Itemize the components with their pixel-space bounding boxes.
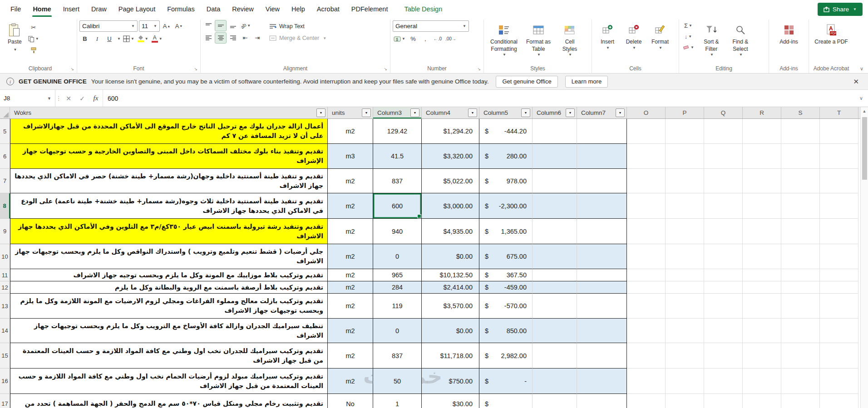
align-left-button[interactable] — [203, 33, 214, 43]
formula-bar-expand-icon[interactable]: ∨ — [854, 90, 868, 107]
row-number[interactable]: 13 — [0, 294, 10, 319]
cell-empty[interactable] — [627, 193, 666, 219]
alignment-dialog-launcher-icon[interactable]: ↘ — [384, 67, 387, 71]
cell-column7[interactable] — [577, 394, 627, 408]
cell-column6[interactable] — [533, 294, 577, 319]
cell-empty[interactable] — [781, 394, 820, 408]
cell-empty[interactable] — [627, 244, 666, 269]
align-top-button[interactable] — [203, 20, 214, 31]
cell-empty[interactable] — [743, 281, 781, 294]
cancel-icon[interactable]: ✕ — [62, 90, 75, 107]
cell-empty[interactable] — [820, 244, 858, 269]
align-bottom-button[interactable] — [227, 20, 238, 31]
cell-amount[interactable]: $1,294.20 — [422, 119, 479, 144]
cell-quantity[interactable]: 837 — [373, 169, 422, 193]
fill-color-button[interactable]: ▼ — [137, 34, 149, 44]
cell-empty[interactable] — [820, 119, 858, 144]
cell-column7[interactable] — [577, 281, 627, 294]
orientation-button[interactable]: ab▼ — [240, 20, 252, 31]
cell-amount[interactable]: $3,000.00 — [422, 193, 479, 219]
column-header-s[interactable]: S — [781, 107, 820, 118]
cell-column6[interactable] — [533, 169, 577, 193]
cell-amount[interactable]: $4,935.00 — [422, 219, 479, 244]
row-number[interactable]: 9 — [0, 219, 10, 244]
row-number[interactable]: 14 — [0, 319, 10, 343]
row-number[interactable]: 10 — [0, 244, 10, 269]
menu-tab-review[interactable]: Review — [226, 0, 260, 18]
cell-empty[interactable] — [666, 343, 704, 369]
cell-column6[interactable] — [533, 244, 577, 269]
increase-font-size-button[interactable]: A▲ — [161, 21, 172, 31]
cell-description[interactable]: تقديم و تنفيذ طينة أسمنتية داخلية وجهان(… — [10, 169, 328, 193]
cell-amount[interactable]: $0.00 — [422, 244, 479, 269]
row-number[interactable]: 6 — [0, 144, 10, 169]
cell-unit[interactable]: m2 — [328, 319, 373, 343]
clear-button[interactable]: ▼ — [681, 42, 695, 53]
cell-empty[interactable] — [704, 219, 743, 244]
sort-filter-button[interactable]: Sort & Filter▼ — [697, 20, 726, 59]
cell-empty[interactable] — [627, 294, 666, 319]
cell-column7[interactable] — [577, 144, 627, 169]
cell-quantity[interactable]: 940 — [373, 219, 422, 244]
row-number[interactable]: 12 — [0, 281, 10, 294]
cell-empty[interactable] — [781, 144, 820, 169]
cell-unit[interactable]: m2 — [328, 369, 373, 394]
cell-column7[interactable] — [577, 294, 627, 319]
cell-balance[interactable]: $ 367.50 — [479, 269, 533, 281]
addins-button[interactable]: Add-ins — [778, 20, 800, 47]
cell-balance[interactable]: $ 280.00 — [479, 144, 533, 169]
cell-empty[interactable] — [627, 269, 666, 281]
cell-quantity[interactable]: 965 — [373, 269, 422, 281]
increase-indent-button[interactable]: ⇥ — [252, 33, 263, 43]
cell-empty[interactable] — [704, 319, 743, 343]
row-number[interactable]: 5 — [0, 119, 10, 144]
cell-description[interactable]: تقديم وتركيب بازلت معالج ومملوء الفراغات… — [10, 294, 328, 319]
cell-amount[interactable]: $3,570.00 — [422, 294, 479, 319]
row-number[interactable]: 7 — [0, 169, 10, 193]
cell-description[interactable]: تنظيف سيراميك الجدران وازالة كافة الأوسا… — [10, 319, 328, 343]
cell-empty[interactable] — [743, 219, 781, 244]
cell-styles-button[interactable]: Cell Styles▼ — [555, 20, 584, 59]
cell-empty[interactable] — [666, 119, 704, 144]
cell-empty[interactable] — [666, 281, 704, 294]
cell-empty[interactable] — [704, 169, 743, 193]
cell-balance[interactable]: $ -459.00 — [479, 281, 533, 294]
cell-empty[interactable] — [820, 281, 858, 294]
vertical-scrollbar[interactable]: ▲ — [860, 107, 868, 408]
cell-balance[interactable]: $ -2,300.00 — [479, 193, 533, 219]
bold-button[interactable]: B — [79, 34, 90, 44]
column-header-o[interactable]: O — [627, 107, 666, 118]
cell-empty[interactable] — [743, 119, 781, 144]
cell-unit[interactable]: m2 — [328, 343, 373, 369]
cell-empty[interactable] — [781, 244, 820, 269]
clipboard-dialog-launcher-icon[interactable]: ↘ — [70, 67, 74, 71]
cell-empty[interactable] — [820, 294, 858, 319]
cell-empty[interactable] — [704, 269, 743, 281]
cell-empty[interactable] — [781, 269, 820, 281]
filter-icon[interactable]: ▼ — [362, 108, 371, 117]
cell-empty[interactable] — [627, 394, 666, 408]
cell-balance[interactable]: $ 850.00 — [479, 319, 533, 343]
cell-empty[interactable] — [781, 281, 820, 294]
paste-button[interactable]: Paste▼ — [6, 20, 24, 54]
cell-column7[interactable] — [577, 369, 627, 394]
delete-cells-button[interactable]: Delete▼ — [621, 20, 647, 51]
cell-empty[interactable] — [820, 169, 858, 193]
cell-description[interactable]: أعمال ازالة جدران بلوك مع ترحيل الناتج خ… — [10, 119, 328, 144]
italic-button[interactable]: I — [92, 34, 103, 44]
cell-empty[interactable] — [820, 269, 858, 281]
cell-unit[interactable]: m2 — [328, 219, 373, 244]
cell-column6[interactable] — [533, 193, 577, 219]
font-dialog-launcher-icon[interactable]: ↘ — [194, 67, 197, 71]
cell-column7[interactable] — [577, 169, 627, 193]
cell-empty[interactable] — [627, 219, 666, 244]
cell-amount[interactable]: $11,718.00 — [422, 343, 479, 369]
cell-empty[interactable] — [820, 144, 858, 169]
cell-empty[interactable] — [666, 219, 704, 244]
row-number[interactable]: 11 — [0, 269, 10, 281]
share-button[interactable]: Share ▼ — [818, 3, 863, 16]
cell-empty[interactable] — [781, 193, 820, 219]
cell-column6[interactable] — [533, 319, 577, 343]
cell-empty[interactable] — [743, 294, 781, 319]
menu-tab-file[interactable]: File — [5, 0, 27, 18]
